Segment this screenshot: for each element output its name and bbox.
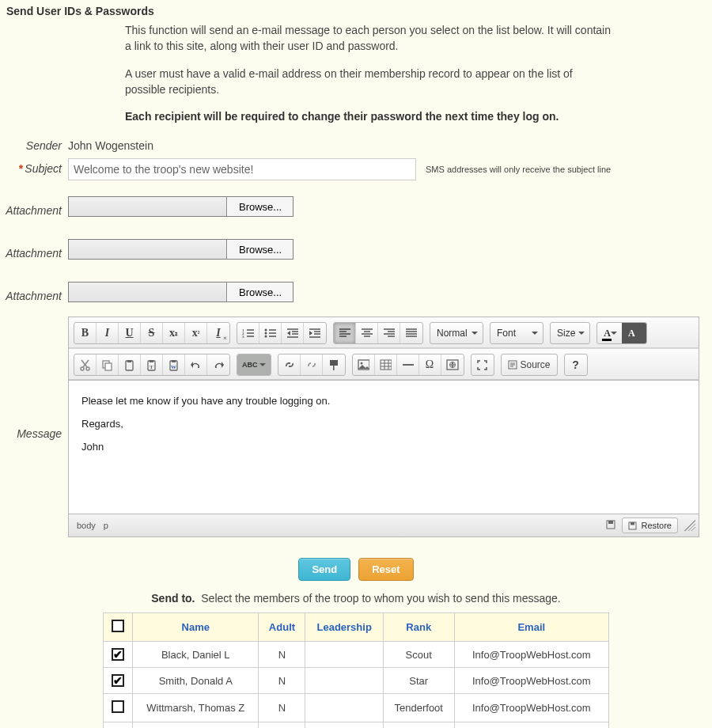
message-label: Message [5, 317, 68, 440]
row-checkbox[interactable] [112, 648, 124, 661]
browse-button-2[interactable]: Browse... [227, 240, 293, 259]
svg-marker-16 [287, 331, 290, 336]
cell-name: Wogenstein, Willard J [133, 722, 259, 728]
svg-rect-45 [127, 360, 131, 362]
attachment-label-1: Attachment [5, 187, 68, 217]
copy-button[interactable] [97, 355, 119, 375]
intro-block: This function will send an e-mail messag… [125, 22, 615, 124]
source-button[interactable]: Source [502, 355, 557, 375]
col-rank[interactable]: Rank [383, 613, 454, 642]
align-justify-button[interactable] [400, 323, 422, 343]
col-name[interactable]: Name [133, 613, 259, 642]
col-leadership[interactable]: Leadership [305, 613, 383, 642]
underline-button[interactable]: U [119, 323, 141, 343]
cell-name: Black, Daniel L [133, 642, 259, 668]
numbered-list-button[interactable]: 123 [237, 323, 259, 343]
cut-button[interactable] [74, 355, 97, 375]
svg-text:W: W [171, 364, 176, 370]
cell-adult: N [259, 642, 305, 668]
bulleted-list-button[interactable] [259, 323, 282, 343]
cell-leadership [305, 642, 383, 668]
svg-rect-53 [333, 360, 335, 370]
cell-name: Wittmarsh, Thomas Z [133, 694, 259, 722]
attachment-path-input-1[interactable] [69, 197, 227, 216]
outdent-button[interactable] [282, 323, 304, 343]
undo-button[interactable] [185, 355, 207, 375]
cell-leadership [305, 694, 383, 722]
cell-rank: Scout [383, 642, 454, 668]
attachment-label-3: Attachment [5, 272, 68, 302]
editor-toolbar-row-1: B I U S x₂ x² I× 123 [69, 317, 699, 348]
paste-button[interactable] [119, 355, 141, 375]
svg-point-11 [265, 336, 267, 338]
help-button[interactable]: ? [565, 355, 587, 375]
background-color-button[interactable]: A [622, 323, 646, 343]
sender-label: Sender [5, 135, 68, 152]
svg-point-10 [265, 332, 267, 335]
send-button[interactable]: Send [298, 558, 350, 581]
attachment-control-2[interactable]: Browse... [68, 239, 294, 260]
svg-rect-47 [150, 360, 153, 362]
superscript-button[interactable]: x² [185, 323, 207, 343]
cell-leadership [305, 722, 383, 728]
unlink-button[interactable] [301, 355, 323, 375]
svg-point-9 [265, 329, 267, 332]
maximize-button[interactable] [472, 355, 494, 375]
subject-label: *Subject [5, 158, 68, 175]
link-button[interactable] [278, 355, 301, 375]
editor-line-3: John [81, 441, 686, 453]
image-button[interactable] [353, 355, 375, 375]
row-checkbox[interactable] [112, 700, 124, 713]
svg-rect-43 [105, 363, 112, 370]
svg-rect-72 [631, 522, 634, 525]
rich-text-editor: B I U S x₂ x² I× 123 [68, 317, 699, 537]
table-button[interactable] [375, 355, 397, 375]
reset-button[interactable]: Reset [358, 558, 413, 581]
browse-button-3[interactable]: Browse... [227, 282, 293, 301]
bold-button[interactable]: B [74, 323, 97, 343]
restore-button[interactable]: Restore [622, 518, 678, 533]
size-select[interactable]: Size [551, 323, 589, 343]
italic-button[interactable]: I [97, 323, 119, 343]
table-row: Wittmarsh, Thomas ZNTenderfootInfo@Troop… [104, 694, 609, 722]
indent-button[interactable] [304, 323, 326, 343]
remove-format-button[interactable]: I× [207, 323, 229, 343]
font-select[interactable]: Font [490, 323, 543, 343]
paste-text-button[interactable]: T [141, 355, 163, 375]
cell-email: Info@OurGroupOnline.com [454, 722, 608, 728]
svg-marker-21 [309, 331, 312, 336]
browse-button-1[interactable]: Browse... [227, 197, 293, 216]
align-center-button[interactable] [356, 323, 378, 343]
spellcheck-button[interactable]: ABC [237, 355, 271, 375]
svg-rect-70 [608, 521, 613, 524]
align-left-button[interactable] [334, 323, 356, 343]
resize-handle-icon[interactable] [684, 520, 695, 531]
intro-paragraph-1: This function will send an e-mail messag… [125, 22, 615, 55]
editor-element-path[interactable]: bodyp [77, 521, 116, 530]
svg-point-38 [81, 367, 84, 370]
anchor-button[interactable] [323, 355, 345, 375]
row-checkbox[interactable] [112, 674, 124, 687]
special-char-button[interactable]: Ω [419, 355, 441, 375]
iframe-button[interactable] [441, 355, 464, 375]
sender-value: John Wogenstein [68, 135, 153, 152]
align-right-button[interactable] [378, 323, 400, 343]
strikethrough-button[interactable]: S [141, 323, 163, 343]
attachment-path-input-3[interactable] [69, 282, 227, 301]
attachment-control-3[interactable]: Browse... [68, 282, 294, 302]
horizontal-rule-button[interactable] [397, 355, 419, 375]
format-select[interactable]: Normal [430, 323, 483, 343]
redo-button[interactable] [207, 355, 229, 375]
text-color-button[interactable]: A [597, 323, 622, 343]
send-to-instructions: Send to. Select the members of the troop… [5, 592, 707, 605]
col-adult[interactable]: Adult [259, 613, 305, 642]
editor-content[interactable]: Please let me know if you have any troub… [69, 380, 699, 514]
subject-input[interactable] [68, 158, 416, 180]
editor-line-1: Please let me know if you have any troub… [81, 395, 686, 407]
paste-word-button[interactable]: W [163, 355, 185, 375]
select-all-checkbox[interactable] [112, 620, 124, 632]
attachment-path-input-2[interactable] [69, 240, 227, 259]
attachment-control-1[interactable]: Browse... [68, 196, 294, 217]
col-email[interactable]: Email [454, 613, 608, 642]
subscript-button[interactable]: x₂ [163, 323, 185, 343]
